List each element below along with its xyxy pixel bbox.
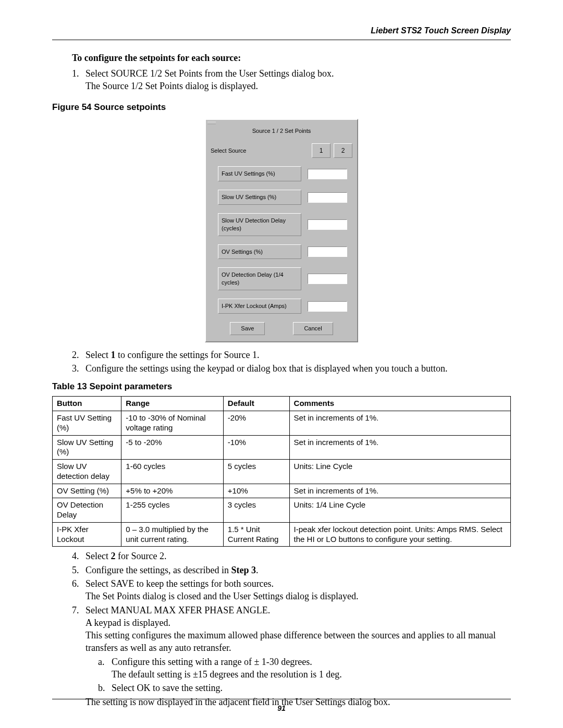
steps-before-figure: 1. Select SOURCE 1/2 Set Points from the…	[72, 67, 511, 93]
list-item: 6. Select SAVE to keep the settings for …	[72, 577, 511, 603]
step-text: The Source 1/2 Set Points dialog is disp…	[85, 81, 258, 91]
ov-delay-button[interactable]: OV Detection Delay (1/4 cycles)	[218, 267, 301, 290]
cell: Set in increments of 1%.	[289, 411, 510, 436]
sub-steps: a. Configure this setting with a range o…	[98, 656, 511, 695]
cell: +10%	[223, 484, 289, 498]
cell: Units: Line Cycle	[289, 460, 510, 484]
slow-uv-button[interactable]: Slow UV Settings (%)	[218, 190, 301, 205]
list-item: 4. Select 2 for Source 2.	[72, 550, 511, 562]
cell: 1-255 cycles	[121, 498, 224, 523]
fast-uv-field[interactable]	[308, 169, 347, 179]
page-header: Liebert STS2 Touch Screen Display	[52, 25, 511, 40]
table-row: Slow UV detection delay 1-60 cycles 5 cy…	[53, 460, 511, 484]
cell: 0 – 3.0 multiplied by the unit current r…	[121, 522, 224, 547]
cell: +5% to +20%	[121, 484, 224, 498]
step-text: The default setting is ±15 degrees and t…	[112, 669, 342, 680]
dialog-button-row: Save Cancel	[207, 322, 356, 335]
slow-uv-delay-button[interactable]: Slow UV Detection Delay (cycles)	[218, 213, 301, 236]
step-text: The Set Points dialog is closed and the …	[85, 591, 358, 601]
ov-field[interactable]	[308, 246, 347, 257]
list-item: 1. Select SOURCE 1/2 Set Points from the…	[72, 67, 511, 93]
step-text: .	[256, 565, 259, 575]
cell: 1.5 * Unit Current Rating	[223, 522, 289, 547]
cell: Set in increments of 1%.	[289, 435, 510, 460]
cell: -10 to -30% of Nominal voltage rating	[121, 411, 224, 436]
save-button[interactable]: Save	[230, 322, 265, 335]
list-item: b. Select OK to save the setting.	[98, 682, 511, 694]
setting-row: Fast UV Settings (%)	[207, 166, 356, 181]
step-text: Configure the settings using the keypad …	[85, 363, 447, 374]
col-range: Range	[121, 397, 224, 411]
page-number: 91	[52, 699, 511, 713]
cell: 3 cycles	[223, 498, 289, 523]
list-item: 7. Select MANUAL MAX XFER PHASE ANGLE. A…	[72, 604, 511, 708]
source-1-button[interactable]: 1	[312, 143, 331, 158]
figure-caption: Figure 54 Source setpoints	[52, 102, 511, 114]
table-row: Fast UV Setting (%) -10 to -30% of Nomin…	[53, 411, 511, 436]
ipk-lockout-field[interactable]	[308, 301, 347, 312]
dialog-title: Source 1 / 2 Set Points	[207, 127, 356, 135]
step-text: A keypad is displayed.	[85, 618, 170, 628]
step-text: Select SAVE to keep the settings for bot…	[85, 578, 274, 589]
setting-row: Slow UV Settings (%)	[207, 190, 356, 205]
cell: I-peak xfer lockout detection point. Uni…	[289, 522, 510, 547]
cell: I-PK Xfer Lockout	[53, 522, 121, 547]
select-source-label: Select Source	[211, 147, 309, 155]
cell: OV Setting (%)	[53, 484, 121, 498]
figure-wrapper: Source 1 / 2 Set Points Select Source 1 …	[52, 119, 511, 342]
cell: Units: 1/4 Line Cycle	[289, 498, 510, 523]
list-item: 3. Configure the settings using the keyp…	[72, 362, 511, 375]
table-header-row: Button Range Default Comments	[53, 397, 511, 411]
cell: OV Detection Delay	[53, 498, 121, 523]
fast-uv-button[interactable]: Fast UV Settings (%)	[218, 166, 301, 181]
setting-row: OV Settings (%)	[207, 244, 356, 260]
list-item: a. Configure this setting with a range o…	[98, 656, 511, 681]
col-comments: Comments	[289, 397, 510, 411]
step-text: Configure this setting with a range of ±…	[112, 657, 312, 667]
col-button: Button	[53, 397, 121, 411]
select-source-row: Select Source 1 2	[207, 143, 356, 158]
cell: 1-60 cycles	[121, 460, 224, 484]
cell: -20%	[223, 411, 289, 436]
ipk-lockout-button[interactable]: I-PK Xfer Lockout (Amps)	[218, 299, 301, 314]
setting-row: Slow UV Detection Delay (cycles)	[207, 213, 356, 236]
list-item: 5. Configure the settings, as described …	[72, 564, 511, 576]
step-text: Configure the settings, as described in	[85, 565, 231, 575]
ov-delay-field[interactable]	[308, 274, 347, 284]
ov-button[interactable]: OV Settings (%)	[218, 244, 301, 260]
section-heading: To configure the setpoints for each sour…	[72, 52, 511, 64]
steps-after: 4. Select 2 for Source 2. 5. Configure t…	[72, 550, 511, 708]
slow-uv-delay-field[interactable]	[308, 219, 347, 230]
cell: Set in increments of 1%.	[289, 484, 510, 498]
list-item: 2. Select 1 to configure the settings fo…	[72, 349, 511, 361]
cell: Slow UV Setting (%)	[53, 435, 121, 460]
setting-row: I-PK Xfer Lockout (Amps)	[207, 299, 356, 314]
step-ref: Step 3	[231, 565, 256, 575]
setting-row: OV Detection Delay (1/4 cycles)	[207, 267, 356, 290]
table-row: OV Detection Delay 1-255 cycles 3 cycles…	[53, 498, 511, 523]
cell: Fast UV Setting (%)	[53, 411, 121, 436]
step-text: Select OK to save the setting.	[112, 683, 223, 693]
step-text: Select MANUAL MAX XFER PHASE ANGLE.	[85, 605, 270, 615]
doc-title: Liebert STS2 Touch Screen Display	[371, 25, 511, 36]
setpoint-parameters-table: Button Range Default Comments Fast UV Se…	[52, 396, 511, 547]
step-text: Select SOURCE 1/2 Set Points from the Us…	[85, 68, 334, 79]
source-2-button[interactable]: 2	[334, 143, 352, 158]
steps-mid: 2. Select 1 to configure the settings fo…	[72, 349, 511, 375]
table-caption: Table 13 Sepoint parameters	[52, 381, 511, 393]
cell: -5 to -20%	[121, 435, 224, 460]
setpoints-dialog: Source 1 / 2 Set Points Select Source 1 …	[205, 119, 358, 342]
table-row: Slow UV Setting (%) -5 to -20% -10% Set …	[53, 435, 511, 460]
col-default: Default	[223, 397, 289, 411]
step-text: This setting configures the maximum allo…	[85, 630, 496, 653]
cell: 5 cycles	[223, 460, 289, 484]
page: Liebert STS2 Touch Screen Display To con…	[0, 0, 563, 728]
table-row: I-PK Xfer Lockout 0 – 3.0 multiplied by …	[53, 522, 511, 547]
cell: -10%	[223, 435, 289, 460]
cell: Slow UV detection delay	[53, 460, 121, 484]
cancel-button[interactable]: Cancel	[293, 322, 333, 335]
table-row: OV Setting (%) +5% to +20% +10% Set in i…	[53, 484, 511, 498]
slow-uv-field[interactable]	[308, 192, 347, 203]
dialog-grip[interactable]	[207, 122, 216, 124]
